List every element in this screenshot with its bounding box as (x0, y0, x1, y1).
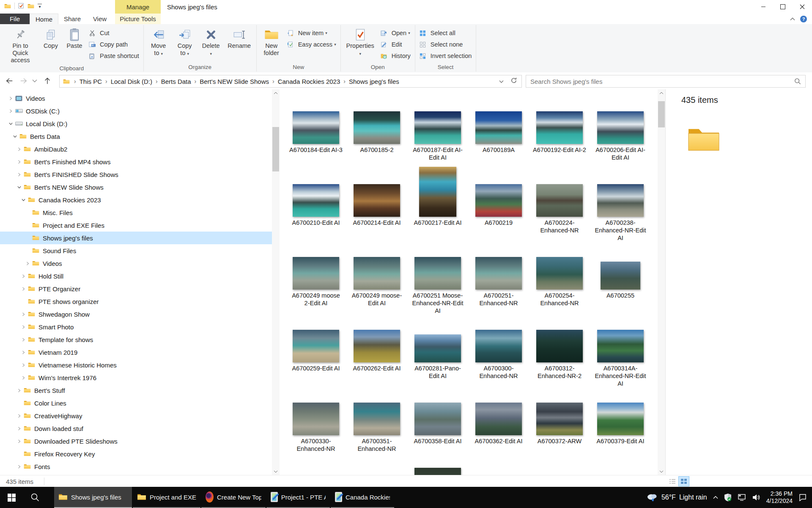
file-item[interactable]: A6700255 (590, 237, 651, 313)
cut-button[interactable]: Cut (86, 28, 142, 38)
taskbar-clock[interactable]: 2:36 PM 4/12/2024 (766, 490, 793, 505)
collapse-ribbon-icon[interactable] (788, 15, 797, 23)
history-button[interactable]: History (378, 51, 413, 61)
file-item[interactable]: A6700312-Enhanced-NR-2 (529, 310, 590, 386)
file-item[interactable]: A6700351-Enhanced-NR (346, 383, 407, 459)
chevron-right-icon[interactable] (6, 96, 15, 101)
sidebar-item-bert-s-finished-slide-shows[interactable]: Bert's FINISHED Slide Shows (0, 168, 272, 181)
sidebar-item-local-disk-d[interactable]: Local Disk (D:) (0, 117, 272, 130)
sidebar-item-bert-s-new-slide-shows[interactable]: Bert's NEW Slide Shows (0, 181, 272, 193)
folder-icon[interactable] (27, 3, 34, 9)
close-button[interactable] (793, 0, 812, 14)
file-item[interactable]: A6700187-Edit AI-Edit AI (407, 91, 468, 168)
invert-selection-button[interactable]: Invert selection (417, 51, 475, 61)
thumbnail[interactable] (597, 330, 644, 362)
search-icon[interactable] (794, 78, 805, 85)
file-item[interactable]: A6700214-Edit AI (346, 164, 407, 240)
breadcrumb-segment-canada-rockies-2023[interactable]: Canada Rockies 2023 (276, 78, 342, 85)
chevron-down-icon[interactable] (10, 134, 19, 139)
recent-locations-chevron-icon[interactable] (31, 76, 38, 86)
thumbnail[interactable] (601, 262, 640, 290)
back-icon[interactable] (4, 76, 14, 86)
copy-button[interactable]: Copy (39, 26, 63, 51)
file-item[interactable]: A6700251 Moose-Enhanced-NR-Edit AI (407, 237, 468, 313)
address-bar[interactable]: › This PC›Local Disk (D:)›Berts Data›Ber… (59, 75, 522, 88)
sidebar-item-fonts[interactable]: Fonts (0, 460, 272, 473)
thumbnail[interactable] (536, 111, 583, 144)
select-all-button[interactable]: Select all (417, 28, 475, 38)
file-item[interactable]: A6700362-Edit AI (468, 383, 529, 459)
thumbnail[interactable] (354, 403, 400, 435)
thumbnail[interactable] (293, 184, 339, 217)
file-item[interactable]: A6700259-Edit AI (285, 310, 346, 386)
file-item[interactable]: A6700185-2 (346, 91, 407, 168)
sidebar-item-shwedagon-show[interactable]: Shwedagon Show (0, 308, 272, 320)
file-item-partial[interactable] (407, 456, 468, 475)
search-input[interactable] (526, 78, 794, 85)
file-item[interactable]: A6700189A (468, 91, 529, 168)
sidebar-item-project-and-exe-files[interactable]: Project and EXE Files (0, 219, 272, 232)
thumbnail[interactable] (475, 184, 522, 217)
file-item[interactable]: A6700249 moose-Edit AI (346, 237, 407, 313)
thumbnail[interactable] (354, 330, 400, 362)
pin-to-quick-access-button[interactable]: Pin to Quick access (2, 26, 39, 65)
file-item[interactable]: A6700251-Enhanced-NR (468, 237, 529, 313)
chevron-right-icon[interactable] (6, 108, 15, 114)
thumbnail[interactable] (293, 403, 339, 435)
file-item[interactable]: A6700314A-Enhanced-NR-Edit AI (590, 310, 651, 386)
thumbnail[interactable] (414, 111, 461, 144)
file-item[interactable]: A6700238-Enhanced-NR-Edit AI (590, 164, 651, 240)
edit-button[interactable]: Edit (378, 39, 413, 50)
start-button[interactable] (0, 487, 23, 508)
file-item[interactable]: A6700192-Edit AI-2 (529, 91, 590, 168)
thumbnail[interactable] (354, 257, 400, 290)
properties-check-icon[interactable] (18, 3, 24, 9)
scroll-up-icon[interactable] (658, 89, 665, 97)
file-item[interactable]: A6700372-ARW (529, 383, 590, 459)
hidden-icons-chevron-icon[interactable] (713, 496, 718, 499)
up-icon[interactable] (42, 76, 52, 86)
sidebar-item-firefox-recovery-key[interactable]: Firefox Recovery Key (0, 447, 272, 460)
sidebar-item-down-loaded-stuf[interactable]: Down loaded stuf (0, 422, 272, 435)
thumbnail[interactable] (293, 330, 339, 362)
scroll-up-icon[interactable] (272, 89, 280, 97)
move-to-button[interactable]: Move to ▾ (145, 26, 172, 59)
sidebar-item-sound-files[interactable]: Sound Files (0, 244, 272, 257)
select-none-button[interactable]: Select none (417, 39, 475, 50)
tab-view[interactable]: View (87, 14, 112, 24)
easy-access-button[interactable]: Easy access ▾ (285, 39, 339, 50)
volume-icon[interactable] (752, 494, 760, 501)
chevron-right-icon[interactable] (19, 324, 28, 330)
chevron-right-icon[interactable] (14, 439, 24, 444)
chevron-down-icon[interactable] (14, 185, 24, 190)
sidebar-item-bert-s-finished-mp4-shows[interactable]: Bert's Finished MP4 shows (0, 155, 272, 168)
action-center-icon[interactable] (798, 494, 807, 501)
new-folder-button[interactable]: New folder (258, 26, 285, 58)
network-icon[interactable] (738, 494, 746, 501)
sidebar-item-shows-jpeg-s-files[interactable]: Shows jpeg's files (0, 232, 272, 244)
minimize-button[interactable] (754, 0, 773, 14)
chevron-right-icon[interactable] (19, 362, 28, 368)
paste-button[interactable]: Paste (63, 26, 86, 51)
thumbnail[interactable] (354, 111, 400, 144)
delete-button[interactable]: Delete ▾ (198, 26, 224, 59)
file-item[interactable]: A6700249 moose 2-Edit AI (285, 237, 346, 313)
chevron-right-icon[interactable] (19, 337, 28, 342)
forward-icon[interactable] (19, 76, 29, 86)
thumbnail[interactable] (597, 184, 644, 217)
sidebar-item-downloaded-pte-slideshows[interactable]: Downloaded PTE Slideshows (0, 435, 272, 447)
thumbnail[interactable] (354, 184, 400, 217)
taskbar-app-create-new-topic[interactable]: Create New Topic - ... (201, 487, 266, 508)
tab-home[interactable]: Home (30, 14, 58, 25)
sidebar-item-wim-s-intertrek-1976[interactable]: Wim's Intertrek 1976 (0, 371, 272, 384)
file-item[interactable]: A6700379-Edit AI (590, 383, 651, 459)
help-icon[interactable]: ? (799, 15, 808, 23)
thumbnail[interactable] (414, 403, 461, 435)
file-item[interactable]: A6700219 (468, 164, 529, 240)
file-item[interactable]: A6700217-Edit AI (407, 164, 468, 240)
thumbnail[interactable] (293, 111, 339, 144)
tab-file[interactable]: File (0, 14, 30, 24)
breadcrumb-segment-bert-s-new-slide-shows[interactable]: Bert's NEW Slide Shows (198, 78, 271, 85)
file-item[interactable]: A6700210-Edit AI (285, 164, 346, 240)
thumbnail[interactable] (536, 330, 583, 362)
